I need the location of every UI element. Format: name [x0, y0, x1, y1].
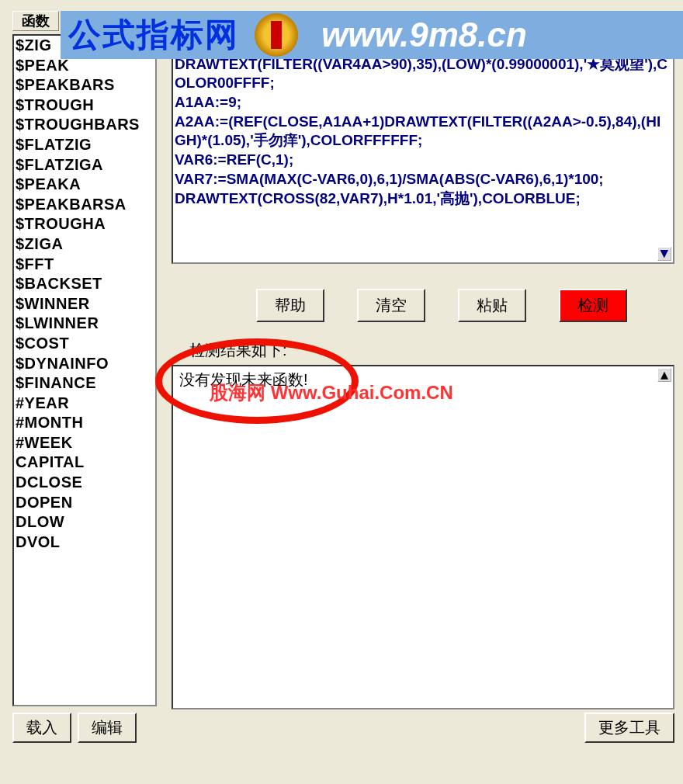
function-list-item[interactable]: $TROUGHA: [16, 214, 155, 234]
function-list-item[interactable]: $FFT: [16, 255, 155, 275]
scroll-down-icon[interactable]: ▾: [657, 247, 671, 261]
function-list-item[interactable]: DOPEN: [16, 493, 155, 513]
site-banner: 公式指标网 www.9m8.cn: [61, 11, 683, 59]
function-list-item[interactable]: $FLATZIG: [16, 135, 155, 155]
function-list-item[interactable]: $PEAKA: [16, 175, 155, 195]
function-list-item[interactable]: $LWINNER: [16, 314, 155, 334]
paste-button[interactable]: 粘贴: [458, 289, 526, 322]
banner-url: www.9m8.cn: [321, 16, 527, 54]
function-list-item[interactable]: $FLATZIGA: [16, 155, 155, 175]
function-list-item[interactable]: $DYNAINFO: [16, 354, 155, 374]
function-list-item[interactable]: $PEAKBARS: [16, 75, 155, 95]
function-list-item[interactable]: $BACKSET: [16, 274, 155, 294]
function-list-item[interactable]: DCLOSE: [16, 473, 155, 493]
function-list-item[interactable]: #YEAR: [16, 394, 155, 414]
formula-code-area[interactable]: '),COLOR00FFFF;DRAWTEXT(FILTER((VAR4AA>9…: [172, 34, 674, 264]
help-button[interactable]: 帮助: [256, 289, 324, 322]
check-button[interactable]: 检测: [559, 289, 627, 322]
function-list-item[interactable]: $TROUGH: [16, 95, 155, 116]
function-list-item[interactable]: #MONTH: [16, 413, 155, 433]
function-list-item[interactable]: $COST: [16, 334, 155, 354]
result-area[interactable]: 没有发现未来函数! ▴: [172, 365, 674, 709]
function-list-item[interactable]: #WEEK: [16, 433, 155, 453]
function-list-item[interactable]: $TROUGHBARS: [16, 115, 155, 135]
result-text: 没有发现未来函数!: [179, 371, 308, 388]
edit-button[interactable]: 编辑: [78, 713, 137, 743]
function-column-header: 函数: [12, 11, 59, 31]
load-button[interactable]: 载入: [12, 713, 71, 743]
banner-title: 公式指标网: [68, 13, 239, 57]
coin-logo-icon: [255, 13, 298, 57]
function-list-item[interactable]: CAPITAL: [16, 453, 155, 473]
result-label: 检测结果如下:: [189, 340, 287, 361]
scroll-up-icon[interactable]: ▴: [657, 368, 671, 382]
more-tools-button[interactable]: 更多工具: [584, 713, 674, 743]
clear-button[interactable]: 清空: [357, 289, 425, 322]
function-list-item[interactable]: $FINANCE: [16, 373, 155, 394]
function-list-item[interactable]: $ZIGA: [16, 234, 155, 255]
function-list[interactable]: $ZIG$PEAK$PEAKBARS$TROUGH$TROUGHBARS$FLA…: [12, 34, 157, 706]
function-list-item[interactable]: DLOW: [16, 512, 155, 532]
function-list-item[interactable]: $WINNER: [16, 294, 155, 314]
function-list-item[interactable]: $PEAKBARSA: [16, 195, 155, 215]
function-list-item[interactable]: DVOL: [16, 532, 155, 553]
